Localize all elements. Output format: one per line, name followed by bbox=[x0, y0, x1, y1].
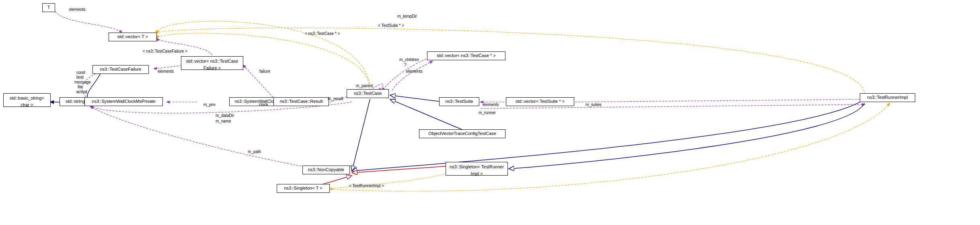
label-m-children: m_children bbox=[399, 57, 419, 62]
label-clock: clock bbox=[259, 102, 268, 107]
node-std-vector-TestSuite-ptr: std::vector< TestSuite * > bbox=[506, 97, 574, 106]
label-ns3-TestCase-ptr: < ns3::TestCase * > bbox=[305, 31, 340, 36]
label-m-children-q: ? bbox=[404, 63, 407, 67]
label-m-priv: m_priv bbox=[203, 102, 216, 107]
node-std-vector-T: std::vector< T > bbox=[109, 33, 157, 41]
label-TestRunnerImpl-tmpl: < TestRunnerImpl > bbox=[349, 184, 384, 188]
label-failure: failure bbox=[259, 69, 270, 74]
node-std-vector-ns3-TestCase-ptr: std::vector< ns3::TestCase * > bbox=[427, 51, 505, 60]
label-m-path: m_path bbox=[248, 149, 261, 154]
node-ns3-TestRunnerImpl: ns3::TestRunnerImpl bbox=[860, 93, 915, 102]
node-ns3-TestCase-Result: ns3::TestCase::Result bbox=[273, 97, 329, 106]
label-m-tempDir: m_tempDir bbox=[397, 14, 417, 18]
node-ns3-TestCaseFailure: ns3::TestCaseFailure bbox=[92, 65, 149, 74]
label-elements-2: elements bbox=[158, 69, 174, 74]
node-ns3-SystemWallClockMsPrivate: ns3::SystemWallClockMsPrivate bbox=[84, 97, 163, 106]
label-TestSuite-ptr: < TestSuite * > bbox=[378, 23, 404, 28]
node-T: T bbox=[42, 3, 55, 12]
label-elements-1: elements bbox=[69, 7, 86, 12]
node-ns3-Singleton-T: ns3::Singleton< T > bbox=[277, 184, 330, 193]
label-m-dataDir: m_dataDir bbox=[216, 113, 234, 118]
label-m-name: m_name bbox=[216, 119, 231, 123]
label-m-result: m_result bbox=[328, 96, 343, 101]
node-std-basic-string: std::basic_string<char > bbox=[3, 93, 51, 107]
label-m-suites: m_suites bbox=[586, 102, 602, 107]
node-std-vector-TestCaseFailure: std::vector< ns3::TestCaseFailure > bbox=[181, 56, 243, 70]
label-elements-4: elements bbox=[483, 102, 499, 107]
label-ns3-TestCaseFailure-tmpl: < ns3::TestCaseFailure > bbox=[143, 49, 187, 53]
node-ns3-NonCopyable: ns3::NonCopyable bbox=[302, 166, 350, 174]
label-message: message bbox=[74, 80, 91, 84]
label-actual: actual bbox=[76, 90, 87, 94]
diagram-container: T std::vector< T > std::string std::basi… bbox=[0, 0, 980, 225]
node-ns3-TestCase: ns3::TestCase bbox=[347, 89, 389, 98]
node-ns3-Singleton-TestRunnerImpl: ns3::Singleton< TestRunnerImpl > bbox=[446, 162, 508, 176]
label-cond: cond bbox=[76, 70, 85, 75]
label-m-runner: m_runner bbox=[479, 110, 496, 115]
label-m-parent: m_parent bbox=[356, 84, 373, 88]
label-limit: limit bbox=[76, 75, 84, 80]
node-ns3-TestSuite: ns3::TestSuite bbox=[439, 97, 479, 106]
label-file: file bbox=[78, 85, 83, 89]
node-ObjectVectorTraceConfigTestCase: ObjectVectorTraceConfigTestCase bbox=[419, 129, 505, 138]
label-elements-3: elements bbox=[406, 69, 423, 74]
